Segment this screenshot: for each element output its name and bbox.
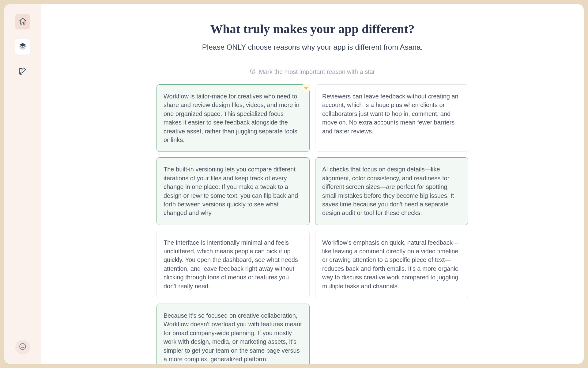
hint-text: Mark the most important reason with a st… bbox=[259, 68, 375, 75]
layers-icon bbox=[19, 42, 27, 52]
option-card[interactable]: The built-in versioning lets you compare… bbox=[156, 157, 310, 225]
svg-point-5 bbox=[253, 72, 253, 73]
option-text: The built-in versioning lets you compare… bbox=[164, 166, 298, 216]
option-card[interactable]: Workflow's emphasis on quick, natural fe… bbox=[315, 231, 468, 298]
option-card[interactable]: The interface is intentionally minimal a… bbox=[156, 231, 310, 298]
page-subtitle: Please ONLY choose reasons why your app … bbox=[202, 43, 423, 52]
option-card[interactable]: Because it's so focused on creative coll… bbox=[156, 304, 310, 364]
options-grid: Workflow is tailor-made for creatives wh… bbox=[156, 84, 468, 364]
svg-point-2 bbox=[21, 346, 22, 346]
app-shell: What truly makes your app different? Ple… bbox=[4, 4, 584, 364]
page-title: What truly makes your app different? bbox=[210, 21, 414, 36]
option-card[interactable]: AI checks that focus on design details—l… bbox=[315, 157, 468, 225]
star-badge[interactable] bbox=[302, 84, 310, 92]
feedback-button[interactable] bbox=[15, 340, 30, 355]
svg-point-3 bbox=[23, 346, 24, 346]
main-content: What truly makes your app different? Ple… bbox=[41, 4, 584, 364]
option-text: Reviewers can leave feedback without cre… bbox=[322, 93, 458, 135]
swatch-icon bbox=[19, 67, 27, 77]
sidebar-item-layers[interactable] bbox=[15, 39, 30, 55]
option-text: AI checks that focus on design details—l… bbox=[322, 166, 454, 216]
option-text: Because it's so focused on creative coll… bbox=[164, 312, 302, 362]
star-icon bbox=[304, 86, 308, 90]
help-icon bbox=[250, 68, 256, 76]
sidebar-item-swatch[interactable] bbox=[15, 64, 30, 80]
option-text: The interface is intentionally minimal a… bbox=[164, 239, 298, 289]
svg-point-1 bbox=[20, 343, 26, 350]
home-icon bbox=[19, 17, 27, 26]
option-text: Workflow is tailor-made for creatives wh… bbox=[164, 93, 300, 143]
smiley-icon bbox=[19, 343, 27, 352]
sidebar bbox=[4, 4, 41, 364]
sidebar-item-home[interactable] bbox=[15, 14, 30, 29]
option-text: Workflow's emphasis on quick, natural fe… bbox=[322, 239, 459, 289]
option-card[interactable]: Workflow is tailor-made for creatives wh… bbox=[156, 84, 310, 152]
option-card[interactable]: Reviewers can leave feedback without cre… bbox=[315, 84, 468, 152]
hint-row: Mark the most important reason with a st… bbox=[250, 68, 375, 76]
svg-point-0 bbox=[20, 73, 21, 73]
